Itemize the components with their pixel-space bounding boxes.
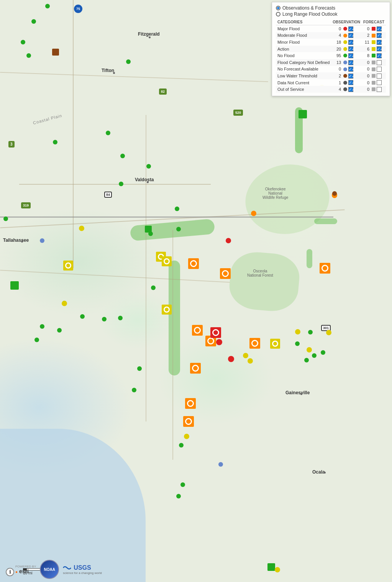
marker-orange-compound-8[interactable]: [185, 398, 196, 409]
marker-yellow-6[interactable]: [326, 330, 331, 335]
marker-green-22[interactable]: [34, 338, 39, 342]
marker-yellow-circle-10[interactable]: [184, 434, 189, 439]
legend-fcast-check-2[interactable]: ✓: [377, 40, 382, 45]
city-dot-ocala: [324, 472, 326, 474]
legend-fcast-check-7[interactable]: [377, 74, 382, 79]
marker-green-sq-1[interactable]: [145, 226, 152, 233]
marker-green-28[interactable]: [304, 358, 309, 362]
marker-red-2[interactable]: [216, 339, 222, 345]
legend-fcast-check-1[interactable]: ✓: [377, 33, 382, 38]
legend-fcast-count-7: 0: [362, 72, 370, 79]
legend-obs-check-2[interactable]: ✓: [348, 40, 353, 45]
radio-obs-forecasts[interactable]: Observations & Forecasts: [276, 5, 386, 11]
marker-green-32[interactable]: [176, 494, 181, 498]
marker-green-4[interactable]: [26, 53, 31, 58]
legend-obs-check-4[interactable]: ✓: [348, 53, 353, 58]
region-okefenokee: OkefenokeeNationalWildlife Refuge: [262, 187, 288, 200]
legend-obs-check-6[interactable]: ✓: [348, 67, 353, 72]
marker-green-30[interactable]: [179, 443, 184, 448]
marker-green-20[interactable]: [40, 324, 44, 329]
legend-obs-check-7[interactable]: ✓: [348, 74, 353, 79]
legend-fcast-check-3[interactable]: ✓: [377, 46, 382, 51]
marker-green-21[interactable]: [57, 328, 62, 333]
marker-green-2[interactable]: [31, 19, 36, 24]
marker-yellow-3[interactable]: [295, 329, 300, 334]
marker-red-3[interactable]: [228, 356, 234, 362]
marker-green-24[interactable]: [132, 388, 136, 392]
marker-green-19[interactable]: [118, 316, 123, 320]
marker-orange-compound-1[interactable]: [188, 258, 199, 269]
marker-green-11[interactable]: [175, 207, 179, 211]
marker-yellow-2[interactable]: [79, 226, 84, 231]
marker-yellow-circle-8[interactable]: [243, 353, 248, 358]
legend-obs-check-1[interactable]: ✓: [348, 33, 353, 38]
marker-green-23[interactable]: [137, 366, 142, 371]
radio-long-range[interactable]: Long Range Flood Outlook: [276, 11, 386, 17]
marker-brown-sq-1[interactable]: [52, 49, 59, 56]
legend-obs-check-8[interactable]: ✓: [348, 80, 353, 85]
marker-green-6[interactable]: [106, 131, 110, 135]
legend-label-4: No Flood: [276, 52, 331, 59]
marker-green-sq-3[interactable]: [299, 110, 307, 118]
radio-longrange-dot[interactable]: [276, 12, 280, 16]
marker-green-14[interactable]: [176, 227, 181, 231]
info-button[interactable]: ℹ: [6, 568, 14, 576]
marker-yellow-5[interactable]: [307, 347, 312, 352]
marker-green-12[interactable]: [3, 216, 8, 221]
marker-red-1[interactable]: [226, 238, 231, 243]
legend-obs-check-9[interactable]: ✓: [348, 87, 353, 92]
marker-green-31[interactable]: [180, 482, 185, 487]
legend-fcast-check-5[interactable]: [377, 60, 382, 65]
marker-green-7[interactable]: [53, 140, 57, 144]
marker-green-25[interactable]: [308, 330, 313, 334]
marker-yellow-compound-2[interactable]: [162, 305, 172, 315]
legend-fcast-check-0[interactable]: ✓: [377, 26, 382, 31]
marker-green-8[interactable]: [120, 154, 125, 158]
marker-action-forecast-2[interactable]: [162, 256, 172, 266]
legend-fcast-check-9[interactable]: [377, 87, 382, 92]
legend-fcast-check-8[interactable]: [377, 80, 382, 85]
marker-green-18[interactable]: [102, 317, 107, 321]
marker-yellow-compound-3[interactable]: [270, 339, 280, 349]
legend-obs-check-0[interactable]: ✓: [348, 26, 353, 31]
marker-green-3[interactable]: [21, 40, 25, 44]
marker-orange-compound-4[interactable]: [192, 325, 203, 336]
marker-yellow-7[interactable]: [62, 301, 67, 306]
legend-fcast-check-4[interactable]: ✓: [377, 53, 382, 58]
legend-row-4: No Flood95✓8✓: [276, 52, 386, 59]
marker-orange-compound-7[interactable]: [190, 363, 201, 374]
marker-orange-compound-3[interactable]: [320, 263, 330, 274]
legend-fcast-icon-4: [372, 54, 376, 57]
marker-green-27[interactable]: [312, 353, 317, 358]
marker-green-17[interactable]: [80, 314, 85, 319]
marker-green-sq-2[interactable]: [10, 281, 19, 290]
marker-brown-1[interactable]: [332, 191, 337, 196]
marker-orange-compound-9[interactable]: [183, 416, 194, 427]
marker-yellow-circle-9[interactable]: [248, 358, 253, 364]
radio-obs-selected[interactable]: [276, 6, 280, 10]
marker-orange-2[interactable]: [251, 211, 256, 216]
marker-blue-2[interactable]: [218, 462, 223, 467]
marker-yellow-btm-right[interactable]: [275, 567, 280, 572]
legend-label-0: Major Flood: [276, 25, 331, 32]
marker-orange-compound-2[interactable]: [220, 268, 231, 279]
legend-obs-check-5[interactable]: ✓: [348, 60, 353, 65]
marker-green-5[interactable]: [126, 59, 131, 64]
marker-green-9[interactable]: [146, 164, 151, 169]
map-container: 75 3 319 84 82 520 301 Fitzgerald Tifton…: [0, 0, 392, 582]
marker-green-15[interactable]: [151, 285, 156, 290]
legend-obs-count-5: 13: [331, 59, 342, 66]
legend-fcast-check-6[interactable]: [377, 67, 382, 72]
marker-orange-compound-6[interactable]: [249, 338, 260, 349]
marker-red-compound-1[interactable]: [210, 327, 221, 338]
marker-green-sq-4[interactable]: [267, 563, 275, 571]
legend-obs-cell-9: ✓: [342, 86, 362, 93]
legend-obs-check-3[interactable]: ✓: [348, 46, 353, 51]
marker-blue-1[interactable]: [40, 238, 44, 243]
marker-green-29[interactable]: [321, 350, 325, 355]
marker-green-1[interactable]: [45, 4, 50, 8]
marker-yellow-compound-1[interactable]: [63, 261, 73, 271]
city-label-tifton: Tifton: [102, 68, 114, 73]
marker-green-10[interactable]: [119, 182, 123, 186]
marker-green-26[interactable]: [295, 341, 300, 346]
